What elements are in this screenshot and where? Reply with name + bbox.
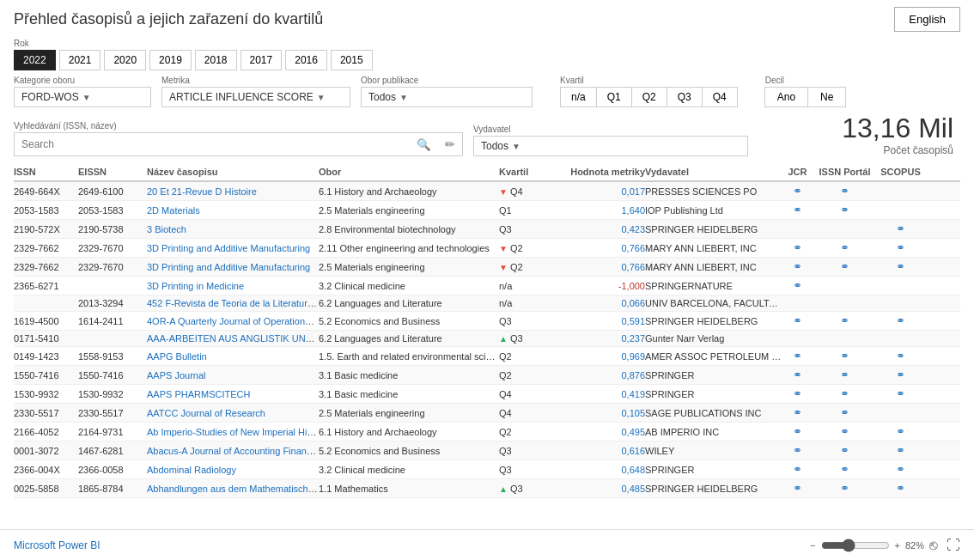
year-btn-2016[interactable]: 2016 (285, 50, 327, 70)
journal-link[interactable]: 452 F-Revista de Teoria de la Literatura… (147, 298, 319, 308)
powerbi-link[interactable]: Microsoft Power BI (14, 539, 100, 551)
cell-eissn: 2366-0058 (78, 465, 147, 475)
link-icon[interactable]: ⚭ (793, 368, 802, 381)
link-icon[interactable]: ⚭ (793, 463, 802, 476)
decil-btn-ano[interactable]: Ano (764, 87, 808, 107)
year-btn-2015[interactable]: 2015 (331, 50, 373, 70)
journal-link[interactable]: AAA-ARBEITEN AUS ANGLISTIK UND AMERIKANI… (147, 333, 319, 344)
link-icon[interactable]: ⚭ (896, 350, 905, 362)
link-icon[interactable]: ⚭ (793, 314, 802, 327)
quartil-btn-q4[interactable]: Q4 (702, 87, 738, 107)
journal-link[interactable]: Abacus-A Journal of Accounting Finance a… (147, 446, 319, 456)
year-btn-2017[interactable]: 2017 (240, 50, 283, 70)
chevron-down-icon-4: ▼ (512, 142, 520, 151)
link-icon[interactable]: ⚭ (840, 368, 849, 381)
plus-icon[interactable]: + (895, 540, 900, 551)
year-btn-2021[interactable]: 2021 (59, 50, 101, 70)
year-btn-2018[interactable]: 2018 (195, 50, 237, 70)
filter-button[interactable]: ✏ (438, 133, 462, 155)
link-icon[interactable]: ⚭ (793, 279, 802, 292)
cell-obor: 6.1 History and Archaeology (319, 427, 499, 437)
link-icon[interactable]: ⚭ (840, 463, 849, 476)
obor-select[interactable]: Todos ▼ (361, 87, 533, 107)
journal-link[interactable]: Abdominal Radiology (147, 465, 236, 475)
share-icon[interactable]: ⎋ (929, 538, 938, 553)
link-icon[interactable]: ⚭ (840, 314, 849, 327)
link-icon[interactable]: ⚭ (793, 406, 802, 419)
link-icon[interactable]: ⚭ (896, 368, 905, 381)
vydavatel-value: Todos (481, 140, 508, 152)
journal-link[interactable]: Ab Imperio-Studies of New Imperial Histo… (147, 427, 319, 437)
journal-link[interactable]: AATCC Journal of Research (147, 408, 265, 418)
search-button[interactable]: 🔍 (410, 134, 438, 155)
link-icon[interactable]: ⚭ (840, 482, 849, 495)
cell-hodnota: 0,237 (559, 333, 645, 344)
quartil-btn-q1[interactable]: Q1 (596, 87, 632, 107)
link-icon[interactable]: ⚭ (793, 241, 802, 254)
link-icon[interactable]: ⚭ (840, 444, 849, 457)
link-icon[interactable]: ⚭ (793, 387, 802, 400)
journal-link[interactable]: 3D Printing in Medicine (147, 281, 244, 291)
journal-link[interactable]: 4OR-A Quarterly Journal of Operations Re… (147, 316, 319, 326)
link-icon[interactable]: ⚭ (793, 185, 802, 198)
link-icon[interactable]: ⚭ (896, 260, 905, 273)
expand-icon[interactable]: ⛶ (947, 538, 960, 553)
link-icon[interactable]: ⚭ (896, 241, 905, 254)
year-btn-2019[interactable]: 2019 (149, 50, 192, 70)
journal-link[interactable]: 3D Printing and Additive Manufacturing (147, 262, 310, 272)
cell-vydavatel: SPRINGERNATURE (645, 281, 782, 291)
link-icon[interactable]: ⚭ (896, 222, 905, 235)
vydavatel-select[interactable]: Todos ▼ (473, 136, 748, 156)
bottom-bar: Microsoft Power BI − + 82% ⎋ ⛶ (0, 529, 974, 560)
journal-link[interactable]: 3 Biotech (147, 224, 186, 234)
zoom-area: − + 82% ⎋ ⛶ (810, 538, 960, 553)
link-icon[interactable]: ⚭ (840, 350, 849, 362)
journal-link[interactable]: 3D Printing and Additive Manufacturing (147, 243, 310, 253)
link-icon[interactable]: ⚭ (793, 444, 802, 457)
metrika-select[interactable]: ARTICLE INFLUENCE SCORE ▼ (161, 87, 350, 107)
journal-link[interactable]: 20 Et 21-Revue D Histoire (147, 186, 257, 197)
lang-button[interactable]: English (894, 7, 960, 32)
link-icon[interactable]: ⚭ (793, 482, 802, 495)
zoom-slider[interactable] (821, 539, 890, 552)
year-btn-2020[interactable]: 2020 (104, 50, 146, 70)
journal-link[interactable]: 2D Materials (147, 205, 200, 216)
quartil-btn-n-a[interactable]: n/a (560, 87, 597, 107)
link-icon[interactable]: ⚭ (840, 260, 849, 273)
link-icon[interactable]: ⚭ (896, 387, 905, 400)
link-icon[interactable]: ⚭ (896, 314, 905, 327)
cell-issn: 2330-5517 (14, 408, 78, 418)
cell-hodnota: 0,766 (559, 243, 645, 253)
link-icon[interactable]: ⚭ (793, 350, 802, 362)
link-icon[interactable]: ⚭ (840, 387, 849, 400)
kategorie-select[interactable]: FORD-WOS ▼ (14, 87, 151, 107)
cell-jcr: ⚭ (782, 425, 813, 438)
link-icon[interactable]: ⚭ (840, 204, 849, 216)
quartil-btn-q3[interactable]: Q3 (667, 87, 703, 107)
minus-icon[interactable]: − (810, 540, 815, 551)
journal-link[interactable]: Abhandlungen aus dem Mathematischen Semi… (147, 484, 319, 494)
decil-btn-ne[interactable]: Ne (807, 87, 846, 107)
link-icon[interactable]: ⚭ (793, 425, 802, 438)
col-header-hodnota: Hodnota metriky (559, 167, 645, 177)
cell-jcr: ⚭ (782, 204, 813, 216)
link-icon[interactable]: ⚭ (840, 241, 849, 254)
link-icon[interactable]: ⚭ (793, 204, 802, 216)
link-icon[interactable]: ⚭ (840, 406, 849, 419)
link-icon[interactable]: ⚭ (896, 463, 905, 476)
link-icon[interactable]: ⚭ (840, 185, 849, 198)
link-icon[interactable]: ⚭ (896, 425, 905, 438)
arrow-up-icon: ▲ (499, 334, 508, 344)
cell-eissn: 2013-3294 (78, 298, 147, 308)
link-icon[interactable]: ⚭ (896, 482, 905, 495)
journal-link[interactable]: AAPS Journal (147, 370, 205, 380)
search-input[interactable] (15, 134, 410, 155)
cell-name: Abdominal Radiology (147, 465, 319, 475)
journal-link[interactable]: AAPG Bulletin (147, 351, 207, 362)
year-btn-2022[interactable]: 2022 (14, 50, 56, 70)
link-icon[interactable]: ⚭ (793, 260, 802, 273)
quartil-btn-q2[interactable]: Q2 (631, 87, 667, 107)
link-icon[interactable]: ⚭ (840, 425, 849, 438)
link-icon[interactable]: ⚭ (896, 444, 905, 457)
journal-link[interactable]: AAPS PHARMSCITECH (147, 389, 250, 399)
